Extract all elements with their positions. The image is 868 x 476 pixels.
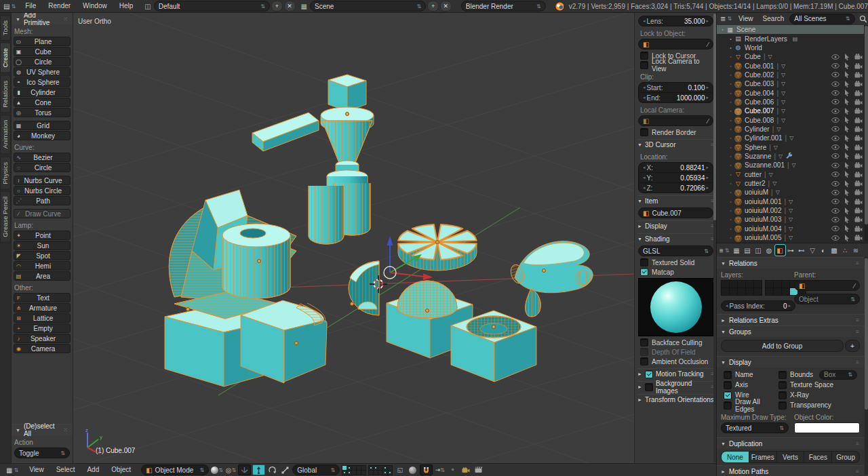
add-uv-sphere-button[interactable]: ◍UV Sphere [14,67,71,77]
display-texture-space-row[interactable]: Texture Space [776,380,860,390]
pass-index-field[interactable]: ◂ Pass Index: 0 ▸ [721,300,795,311]
renderability-camera-icon[interactable] [852,108,864,114]
tab-grease-pencil[interactable]: Grease Pencil [0,191,11,243]
add-spot-button[interactable]: ◤Spot [14,251,71,260]
visibility-eye-icon[interactable] [829,81,841,87]
action-dropdown[interactable]: Toggle ⇅ [14,448,70,458]
display-panel-header[interactable]: ▼ Display ≡ [717,356,864,368]
bounds-checkbox[interactable] [778,371,787,379]
renderability-camera-icon[interactable] [852,54,864,60]
layers-widget-group2[interactable] [368,465,392,475]
add-armature-button[interactable]: ⋔Armature [14,303,71,313]
selectability-pointer-icon[interactable] [841,189,852,196]
relations-extras-panel-header[interactable]: ► Relations Extras ≡ [717,314,864,325]
selectability-pointer-icon[interactable] [841,225,852,232]
renderability-camera-icon[interactable] [852,162,864,168]
textured-solid-checkbox[interactable] [640,258,648,266]
duplication-group-button[interactable]: Group [832,451,860,463]
expander-icon[interactable]: ◦ [728,163,734,167]
add-cube-button[interactable]: ▣Cube [14,47,71,56]
add-point-button[interactable]: ✦Point [14,231,71,240]
lock-camera-row[interactable]: Lock Camera to View [637,60,714,70]
expander-icon[interactable]: ◦ [728,64,734,68]
properties-tab-constraints[interactable]: ⊶ [786,245,796,256]
shading-mode-dropdown[interactable]: GLSL ⇅ [638,245,713,256]
editor-type-button[interactable]: ≡ ⇅ [718,247,731,254]
increment-arrow-icon[interactable]: ▸ [788,303,791,309]
properties-tab-world[interactable]: ◍ [764,245,774,256]
tab-create[interactable]: Create [0,43,11,73]
proportional-edit-dropdown[interactable] [407,465,418,475]
cursor-x-field[interactable]: ◂ X: 0.88241 ▸ [638,162,713,173]
tab-animation[interactable]: Animation [0,115,11,154]
keying-set-button[interactable]: ⚬ [447,465,458,475]
expander-icon[interactable]: ◦ [728,226,734,231]
motion-tracking-checkbox[interactable] [645,370,653,378]
add-sun-button[interactable]: ☀Sun [14,241,71,250]
layout-selector[interactable]: Default ⇅ [154,1,270,12]
layers-widget-group1[interactable] [342,465,366,475]
add-cone-button[interactable]: ▲Cone [14,98,71,107]
lock-camera-checkbox[interactable] [640,61,648,69]
add-area-button[interactable]: ▤Area [14,271,71,281]
visibility-eye-icon[interactable] [829,172,841,177]
lock-to-object-field[interactable]: ◧ ∕ [638,39,713,49]
renderability-camera-icon[interactable] [852,117,864,123]
decrement-arrow-icon[interactable]: ◂ [643,185,646,191]
add-monkey-button[interactable]: ◕Monkey [14,131,71,140]
outliner-display-mode-dropdown[interactable]: All Scenes ⇅ [789,14,854,24]
visibility-eye-icon[interactable] [829,208,841,214]
renderability-camera-icon[interactable] [852,144,864,151]
add-circle-button[interactable]: ◯Circle [14,57,71,66]
duplication-verts-button[interactable]: Verts [777,451,805,463]
menu-file[interactable]: File [19,0,42,12]
display-draw-all-edges-row[interactable]: Draw All Edges [721,400,776,410]
layer-cell-9[interactable] [753,287,762,296]
parent-type-dropdown[interactable]: Object ⇅ [794,294,860,304]
outliner-scrollbar[interactable] [865,26,868,241]
item-name-field[interactable]: ◧ Cube.007 [638,207,713,218]
selectability-pointer-icon[interactable] [841,90,852,96]
increment-arrow-icon[interactable]: ▸ [706,185,709,191]
eyedropper-icon[interactable]: ∕ [707,117,709,125]
layout-add-button[interactable]: + [271,1,283,12]
add-ico-sphere-button[interactable]: ◓Ico Sphere [14,77,71,87]
properties-scrollbar[interactable] [865,258,868,475]
cursor-y-field[interactable]: ◂ Y: 0.05934 ▸ [638,173,713,183]
scene-delete-button[interactable]: ✕ [440,1,452,12]
visibility-eye-icon[interactable] [829,108,841,114]
rotate-manipulator-button[interactable] [267,465,278,475]
expander-icon[interactable]: • [728,37,734,41]
add-nurbs-curve-button[interactable]: ≀Nurbs Curve [14,176,71,185]
selectability-pointer-icon[interactable] [841,207,852,214]
add-lattice-button[interactable]: ⊞Lattice [14,313,71,323]
outliner-row-suzanne[interactable]: ◦▽Suzanne|▽ [717,152,864,161]
expander-icon[interactable]: ◦ [728,136,734,140]
name-checkbox[interactable] [724,371,732,379]
viewport-shading-dropdown[interactable]: ⇅ [210,465,224,475]
motion-paths-panel-header[interactable]: ► Motion Paths ≡ [717,465,864,476]
view3d-menu-view[interactable]: View [23,464,50,476]
render-engine-selector[interactable]: Blender Render ⇅ [461,1,546,12]
selectability-pointer-icon[interactable] [841,162,852,169]
selectability-pointer-icon[interactable] [841,71,852,78]
orientation-dropdown[interactable]: Global ⇅ [292,464,340,475]
backface-culling-checkbox[interactable] [640,338,648,346]
cursor-panel-header[interactable]: ▼ 3D Cursor ≡ [637,139,714,150]
viewport[interactable]: User Ortho (1) Cube.007 z y x [73,12,634,464]
renderability-camera-icon[interactable] [852,135,864,141]
add-circle-button[interactable]: ◌Circle [14,163,71,172]
lens-field[interactable]: ◂ Lens: 35.000 ▸ [638,16,713,26]
eyedropper-icon[interactable]: ∕ [707,41,709,48]
add-nurbs-circle-button[interactable]: ○Nurbs Circle [14,186,71,195]
eyedropper-icon[interactable]: ∕ [854,282,855,290]
selectability-pointer-icon[interactable] [841,125,852,132]
increment-arrow-icon[interactable]: ▸ [706,18,709,24]
add-grid-button[interactable]: ▦Grid [14,121,71,130]
visibility-eye-icon[interactable] [829,217,841,222]
renderability-camera-icon[interactable] [852,81,864,87]
scale-manipulator-button[interactable] [279,465,291,475]
outliner-row-uoiuium-005[interactable]: ◦▽uoiuiuM.005|▽ [717,233,864,242]
properties-tab-object-data[interactable]: ▽ [808,245,818,256]
display-x-ray-row[interactable]: X-Ray [776,390,860,400]
